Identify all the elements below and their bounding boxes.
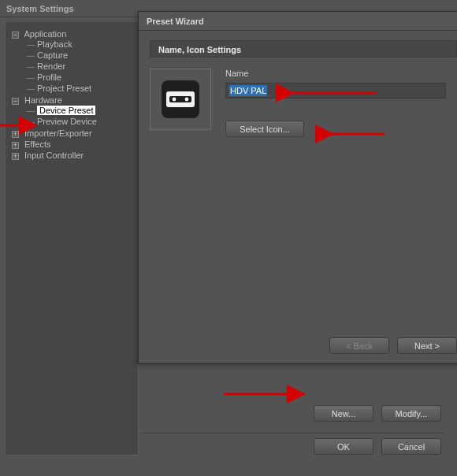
dialog-title: Preset Wizard	[139, 12, 457, 31]
name-input[interactable]: HDV PAL	[225, 83, 446, 99]
toggle-icon[interactable]: −	[12, 32, 19, 39]
tree-label[interactable]: Playback	[37, 39, 72, 49]
ok-button[interactable]: OK	[314, 438, 373, 455]
tree-label[interactable]: Hardware	[24, 95, 62, 105]
tree-label[interactable]: Profile	[37, 73, 61, 82]
dialog-content: Name HDV PAL Select Icon...	[139, 65, 457, 140]
cassette-icon	[158, 77, 202, 121]
tree-label[interactable]: Capture	[37, 50, 68, 60]
tree-label[interactable]: Project Preset	[37, 84, 91, 93]
preset-buttons-row: New... Modify...	[140, 374, 457, 426]
cancel-button[interactable]: Cancel	[381, 438, 441, 455]
wizard-nav-row: < Back Next >	[139, 329, 457, 363]
tree-node-input-controller[interactable]: + Input Controller	[10, 150, 135, 161]
new-button[interactable]: New...	[314, 405, 373, 422]
modify-button[interactable]: Modify...	[381, 405, 441, 422]
tree-item-device-preset[interactable]: Device Preset	[23, 105, 135, 116]
tree-label[interactable]: Application	[24, 29, 66, 39]
tree-item-playback[interactable]: Playback	[23, 39, 135, 50]
svg-point-3	[173, 98, 176, 102]
tree-node-importer-exporter[interactable]: + Importer/Exporter	[10, 128, 135, 139]
name-input-value: HDV PAL	[229, 85, 267, 96]
toggle-icon[interactable]: +	[12, 153, 19, 160]
select-icon-button[interactable]: Select Icon...	[225, 121, 304, 137]
tree-node-effects[interactable]: + Effects	[10, 139, 135, 150]
tree-label[interactable]: Device Preset	[37, 106, 95, 115]
toggle-icon[interactable]: +	[12, 142, 19, 149]
tree-item-project-preset[interactable]: Project Preset	[23, 83, 135, 94]
back-button[interactable]: < Back	[329, 337, 389, 354]
tree-node-application[interactable]: − Application Playback Capture Render Pr…	[10, 28, 135, 95]
settings-tree: − Application Playback Capture Render Pr…	[9, 28, 135, 161]
next-button[interactable]: Next >	[397, 337, 457, 354]
toggle-icon[interactable]: −	[12, 98, 19, 105]
tree-label[interactable]: Preview Device	[37, 117, 97, 126]
fields: Name HDV PAL Select Icon...	[225, 69, 457, 137]
toggle-icon[interactable]: +	[12, 131, 19, 138]
name-label: Name	[225, 69, 457, 78]
preset-wizard-dialog: Preset Wizard Name, Icon Settings Name H…	[138, 11, 457, 364]
tree-item-preview-device[interactable]: Preview Device	[23, 116, 135, 127]
tree-label[interactable]: Input Controller	[24, 151, 84, 160]
tree-item-profile[interactable]: Profile	[23, 72, 135, 83]
tree-label[interactable]: Importer/Exporter	[24, 128, 92, 138]
settings-tree-panel: − Application Playback Capture Render Pr…	[5, 22, 139, 456]
svg-point-4	[185, 98, 189, 102]
section-header: Name, Icon Settings	[150, 40, 457, 58]
tree-label[interactable]: Render	[37, 61, 65, 71]
preset-icon-preview	[150, 69, 211, 130]
tree-item-capture[interactable]: Capture	[23, 50, 135, 61]
tree-label[interactable]: Effects	[24, 139, 50, 149]
dialog-buttons-row: OK Cancel	[140, 433, 457, 459]
tree-item-render[interactable]: Render	[23, 61, 135, 72]
tree-node-hardware[interactable]: − Hardware Device Preset Preview Device	[10, 95, 135, 128]
right-panel-footer: New... Modify... OK Cancel	[140, 374, 457, 476]
